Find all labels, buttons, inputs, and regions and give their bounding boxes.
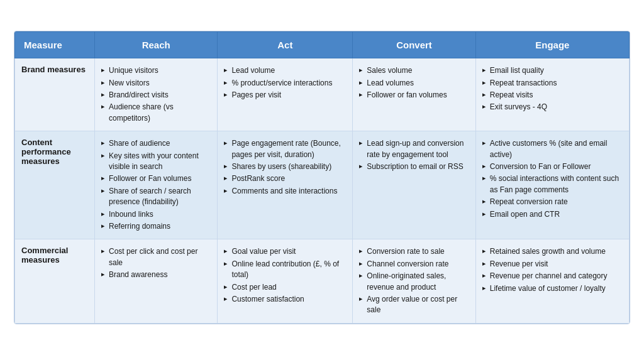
cell-commercial-measures-convert: Conversion rate to saleChannel conversio… [353, 239, 475, 323]
list-content-performance-measures-engage: Active customers % (site and email activ… [482, 138, 623, 221]
list-item: Follower or fan volumes [359, 89, 469, 101]
list-item: Email open and CTR [482, 209, 623, 221]
list-item: Revenue per visit [482, 258, 623, 270]
list-item: Share of search / search presence (finda… [101, 185, 211, 209]
header-engage: Engage [475, 32, 629, 58]
list-brand-measures-act: Lead volume% product/service interaction… [224, 65, 346, 101]
list-item: % social interactions with content such … [482, 173, 623, 196]
list-item: Repeat transactions [482, 77, 623, 89]
list-brand-measures-reach: Unique visitorsNew visitorsBrand/direct … [101, 65, 211, 124]
list-item: Shares by users (shareability) [224, 161, 346, 173]
cell-brand-measures-act: Lead volume% product/service interaction… [218, 58, 353, 131]
table-row: Commercial measuresCost per click and co… [15, 239, 630, 323]
list-commercial-measures-engage: Retained sales growth and volumeRevenue … [482, 246, 623, 295]
measures-table: Measure Reach Act Convert Engage Brand m… [14, 31, 630, 323]
list-item: Comments and site interactions [224, 185, 346, 197]
list-item: Key sites with your content visible in s… [101, 150, 211, 173]
list-item: Cost per click and cost per sale [101, 246, 211, 269]
row-header-commercial-measures: Commercial measures [21, 246, 68, 265]
list-item: Share of audience [101, 138, 211, 150]
list-item: Goal value per visit [224, 246, 346, 258]
list-item: Pages per visit [224, 89, 346, 101]
list-item: Active customers % (site and email activ… [482, 138, 623, 161]
cell-brand-measures-reach: Unique visitorsNew visitorsBrand/direct … [95, 58, 218, 131]
cell-commercial-measures-reach: Cost per click and cost per saleBrand aw… [95, 239, 218, 323]
list-content-performance-measures-reach: Share of audienceKey sites with your con… [101, 138, 211, 232]
list-item: Avg order value or cost per sale [359, 293, 469, 317]
list-brand-measures-convert: Sales volumeLead volumesFollower or fan … [359, 65, 469, 101]
row-header-content-performance-measures: Content performance measures [21, 138, 71, 166]
list-item: Unique visitors [101, 65, 211, 77]
list-item: Referring domains [101, 221, 211, 232]
table-body: Brand measuresUnique visitorsNew visitor… [15, 58, 630, 323]
list-commercial-measures-convert: Conversion rate to saleChannel conversio… [359, 246, 469, 316]
list-item: Online-originated sales, revenue and pro… [359, 270, 469, 293]
list-item: Repeat conversion rate [482, 196, 623, 208]
list-item: Conversion rate to sale [359, 246, 469, 258]
list-item: Cost per lead [224, 281, 346, 293]
list-item: Lead volumes [359, 77, 469, 89]
list-item: Page engagement rate (Bounce, pages per … [224, 138, 346, 161]
list-item: Repeat visits [482, 89, 623, 101]
list-item: Follower or Fan volumes [101, 173, 211, 185]
list-commercial-measures-act: Goal value per visitOnline lead contribu… [224, 246, 346, 305]
list-item: Conversion to Fan or Follower [482, 161, 623, 173]
header-act: Act [218, 32, 353, 58]
list-item: Exit surveys - 4Q [482, 101, 623, 113]
list-item: Inbound links [101, 209, 211, 221]
row-label-brand-measures: Brand measures [15, 58, 95, 131]
table-row: Brand measuresUnique visitorsNew visitor… [15, 58, 630, 131]
row-label-content-performance-measures: Content performance measures [15, 131, 95, 239]
row-label-commercial-measures: Commercial measures [15, 239, 95, 323]
list-item: Brand/direct visits [101, 89, 211, 101]
list-item: Lead volume [224, 65, 346, 77]
list-item: Retained sales growth and volume [482, 246, 623, 258]
cell-content-performance-measures-act: Page engagement rate (Bounce, pages per … [218, 131, 353, 239]
main-table-wrapper: Measure Reach Act Convert Engage Brand m… [14, 31, 630, 324]
list-item: Brand awareness [101, 269, 211, 281]
list-content-performance-measures-act: Page engagement rate (Bounce, pages per … [224, 138, 346, 197]
list-commercial-measures-reach: Cost per click and cost per saleBrand aw… [101, 246, 211, 281]
list-brand-measures-engage: Email list qualityRepeat transactionsRep… [482, 65, 623, 114]
cell-commercial-measures-engage: Retained sales growth and volumeRevenue … [475, 239, 629, 323]
header-row: Measure Reach Act Convert Engage [15, 32, 630, 58]
row-header-brand-measures: Brand measures [21, 65, 86, 74]
list-item: Audience share (vs competitors) [101, 101, 211, 124]
cell-content-performance-measures-convert: Lead sign-up and conversion rate by enga… [353, 131, 475, 239]
cell-brand-measures-engage: Email list qualityRepeat transactionsRep… [475, 58, 629, 131]
header-convert: Convert [353, 32, 475, 58]
list-item: Online lead contribution (£, % of total) [224, 258, 346, 281]
list-item: PostRank score [224, 173, 346, 185]
list-item: Email list quality [482, 65, 623, 77]
list-item: Channel conversion rate [359, 258, 469, 270]
cell-commercial-measures-act: Goal value per visitOnline lead contribu… [218, 239, 353, 323]
cell-brand-measures-convert: Sales volumeLead volumesFollower or fan … [353, 58, 475, 131]
list-item: New visitors [101, 77, 211, 89]
list-item: Revenue per channel and category [482, 270, 623, 282]
list-item: Customer satisfaction [224, 293, 346, 305]
cell-content-performance-measures-reach: Share of audienceKey sites with your con… [95, 131, 218, 239]
list-item: Sales volume [359, 65, 469, 77]
cell-content-performance-measures-engage: Active customers % (site and email activ… [475, 131, 629, 239]
header-measure: Measure [15, 32, 95, 58]
list-content-performance-measures-convert: Lead sign-up and conversion rate by enga… [359, 138, 469, 173]
header-reach: Reach [95, 32, 218, 58]
list-item: Lifetime value of customer / loyalty [482, 283, 623, 295]
list-item: Lead sign-up and conversion rate by enga… [359, 138, 469, 161]
table-row: Content performance measuresShare of aud… [15, 131, 630, 239]
list-item: Subscription to email or RSS [359, 161, 469, 173]
list-item: % product/service interactions [224, 77, 346, 89]
